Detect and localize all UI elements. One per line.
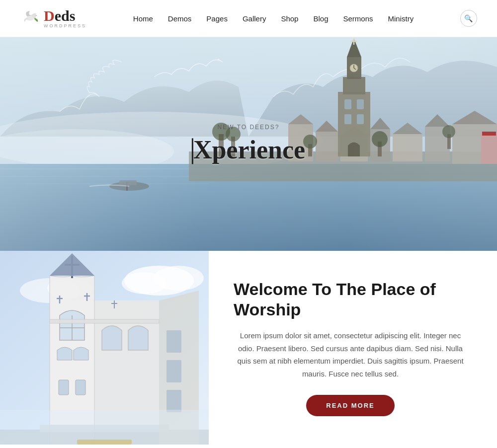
welcome-content: Welcome To The Place of Worship Lorem ip… (209, 251, 497, 445)
welcome-body: Lorem ipsum dolor sit amet, consectetur … (234, 329, 467, 380)
nav-ministry[interactable]: Ministry (388, 14, 414, 23)
svg-point-1 (32, 13, 36, 17)
search-button[interactable]: 🔍 (460, 10, 477, 27)
svg-rect-70 (59, 380, 69, 395)
nav-sermons[interactable]: Sermons (343, 14, 373, 23)
welcome-image (0, 251, 209, 445)
hero-subtitle: NEW TO DEEDS? (192, 124, 305, 131)
main-nav: Home Demos Pages Gallery Shop Blog Sermo… (133, 14, 414, 23)
svg-rect-83 (166, 360, 181, 382)
logo[interactable]: Deds WORDPRESS (20, 7, 86, 30)
svg-point-58 (122, 272, 166, 294)
dove-icon (20, 7, 40, 30)
church-image-svg (0, 251, 209, 445)
logo-wordpress: WORDPRESS (44, 23, 86, 28)
welcome-title: Welcome To The Place of Worship (234, 279, 467, 320)
site-header: Deds WORDPRESS Home Demos Pages Gallery … (0, 0, 497, 37)
nav-pages[interactable]: Pages (206, 14, 228, 23)
nav-shop[interactable]: Shop (281, 14, 298, 23)
logo-brand: Deds (44, 8, 86, 23)
svg-rect-54 (482, 132, 496, 136)
svg-rect-82 (166, 330, 181, 353)
svg-rect-84 (166, 390, 181, 412)
read-more-button[interactable]: READ MORE (306, 395, 394, 416)
svg-rect-85 (0, 410, 209, 445)
search-icon: 🔍 (464, 14, 473, 22)
hero-section: NEW TO DEEDS? Xperience (0, 37, 497, 251)
hero-title: Xperience (192, 136, 305, 164)
hero-text-container: NEW TO DEEDS? Xperience (192, 124, 305, 164)
nav-blog[interactable]: Blog (313, 14, 328, 23)
nav-demos[interactable]: Demos (168, 14, 192, 23)
nav-home[interactable]: Home (133, 14, 153, 23)
nav-gallery[interactable]: Gallery (243, 14, 266, 23)
svg-rect-80 (50, 319, 159, 323)
svg-rect-71 (76, 380, 85, 395)
logo-text: Deds WORDPRESS (44, 8, 86, 28)
svg-rect-53 (481, 134, 497, 164)
welcome-section: Welcome To The Place of Worship Lorem ip… (0, 251, 497, 445)
